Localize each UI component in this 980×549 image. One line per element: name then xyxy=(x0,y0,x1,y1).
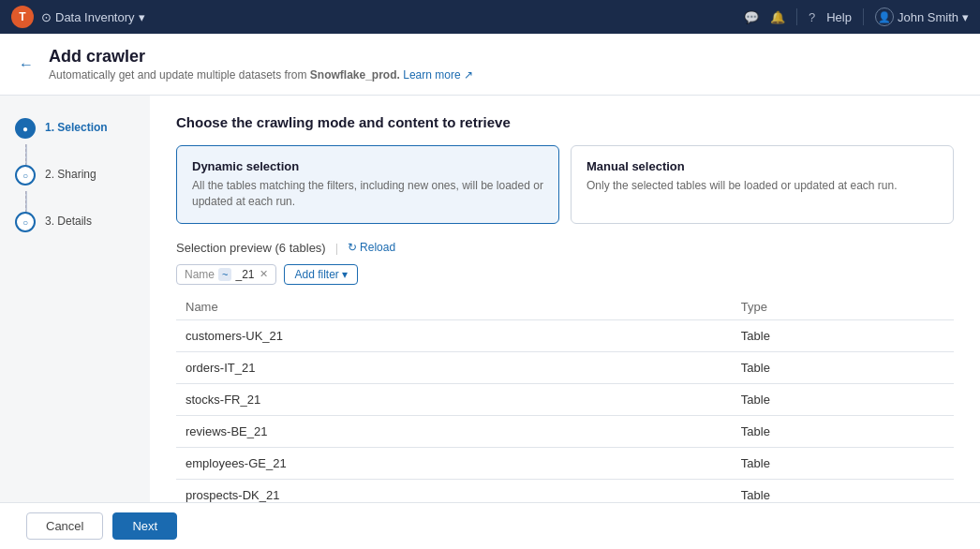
reload-button[interactable]: ↻ Reload xyxy=(348,241,395,254)
learn-more-link[interactable]: Learn more ↗ xyxy=(403,68,473,82)
step-circle-1: ● xyxy=(15,118,36,139)
filter-remove-button[interactable]: ✕ xyxy=(260,268,268,280)
next-button[interactable]: Next xyxy=(112,512,177,540)
cell-name: customers-UK_21 xyxy=(176,319,732,351)
app-icon: ⊙ xyxy=(41,10,52,24)
cell-name: stocks-FR_21 xyxy=(176,383,732,415)
table-row: customers-UK_21Table xyxy=(176,319,954,351)
step-label-sharing: 2. Sharing xyxy=(45,165,97,183)
cell-type: Table xyxy=(732,415,954,447)
page-title: Add crawler xyxy=(49,47,473,67)
preview-header: Selection preview (6 tables) | ↻ Reload xyxy=(176,241,954,255)
nav-divider xyxy=(796,8,797,25)
top-navbar: T ⊙ Data Inventory ▾ 💬 🔔 ? Help 👤 John S… xyxy=(0,0,980,34)
user-menu[interactable]: 👤 John Smith ▾ xyxy=(875,7,969,26)
preview-label: Selection preview (6 tables) xyxy=(176,241,326,255)
filter-row: Name ~ _21 ✕ Add filter ▾ xyxy=(176,264,954,285)
content-heading: Choose the crawling mode and content to … xyxy=(176,114,954,130)
back-button[interactable]: ← xyxy=(19,56,34,73)
cell-type: Table xyxy=(732,351,954,383)
main-layout: ● 1. Selection ○ 2. Sharing ○ 3. Details… xyxy=(0,96,980,549)
cancel-button[interactable]: Cancel xyxy=(26,512,103,540)
filter-value: _21 xyxy=(235,268,254,281)
app-chevron-icon: ▾ xyxy=(139,10,145,24)
cell-name: employees-GE_21 xyxy=(176,447,732,479)
user-chevron-icon: ▾ xyxy=(962,10,969,24)
cell-type: Table xyxy=(732,319,954,351)
step-selection[interactable]: ● 1. Selection xyxy=(15,118,135,139)
col-header-name: Name xyxy=(176,294,732,320)
topnav-right: 💬 🔔 ? Help 👤 John Smith ▾ xyxy=(744,7,969,26)
data-table: Name Type customers-UK_21Tableorders-IT_… xyxy=(176,294,954,511)
content-area: Choose the crawling mode and content to … xyxy=(150,96,980,549)
reload-label: Reload xyxy=(360,241,395,254)
page-subtitle: Automatically get and update multiple da… xyxy=(49,68,473,82)
table-row: orders-IT_21Table xyxy=(176,351,954,383)
filter-tag-name: Name ~ _21 ✕ xyxy=(176,264,276,285)
table-row: stocks-FR_21Table xyxy=(176,383,954,415)
step-sharing[interactable]: ○ 2. Sharing xyxy=(15,165,135,185)
selection-cards: Dynamic selection All the tables matchin… xyxy=(176,145,954,224)
chat-icon[interactable]: 💬 xyxy=(744,10,759,24)
cell-type: Table xyxy=(732,447,954,479)
table-wrapper: Name Type customers-UK_21Tableorders-IT_… xyxy=(176,294,954,511)
step-circle-3: ○ xyxy=(15,212,36,232)
dynamic-card-title: Dynamic selection xyxy=(192,159,543,173)
header-divider: | xyxy=(335,241,338,255)
topnav-left: T ⊙ Data Inventory ▾ xyxy=(11,6,145,28)
help-label: Help xyxy=(826,10,852,24)
reload-icon: ↻ xyxy=(348,241,357,254)
steps-sidebar: ● 1. Selection ○ 2. Sharing ○ 3. Details xyxy=(0,96,150,549)
step-circle-2: ○ xyxy=(15,165,36,185)
col-header-type: Type xyxy=(732,294,954,320)
help-icon[interactable]: ? xyxy=(809,10,815,24)
filter-field-label: Name xyxy=(185,268,215,281)
back-bar: ← Add crawler Automatically get and upda… xyxy=(0,34,980,96)
bell-icon[interactable]: 🔔 xyxy=(770,10,785,24)
page-title-block: Add crawler Automatically get and update… xyxy=(49,47,473,82)
step-details[interactable]: ○ 3. Details xyxy=(15,212,135,232)
add-filter-chevron-icon: ▾ xyxy=(342,268,348,281)
manual-card-title: Manual selection xyxy=(587,159,938,173)
user-name: John Smith xyxy=(898,10,958,24)
table-body: customers-UK_21Tableorders-IT_21Tablesto… xyxy=(176,319,954,511)
add-filter-label: Add filter xyxy=(294,268,338,281)
bottom-bar: Cancel Next xyxy=(0,502,980,549)
app-logo[interactable]: T xyxy=(11,6,34,28)
table-row: reviews-BE_21Table xyxy=(176,415,954,447)
app-name-nav[interactable]: ⊙ Data Inventory ▾ xyxy=(41,10,145,24)
manual-card-desc: Only the selected tables will be loaded … xyxy=(587,178,938,194)
filter-operator[interactable]: ~ xyxy=(218,268,231,281)
cell-name: reviews-BE_21 xyxy=(176,415,732,447)
user-avatar: 👤 xyxy=(875,7,894,26)
add-filter-button[interactable]: Add filter ▾ xyxy=(284,264,357,285)
table-row: employees-GE_21Table xyxy=(176,447,954,479)
cell-type: Table xyxy=(732,383,954,415)
nav-divider-2 xyxy=(863,8,864,25)
step-label-details: 3. Details xyxy=(45,212,92,230)
manual-selection-card[interactable]: Manual selection Only the selected table… xyxy=(571,145,954,224)
dynamic-selection-card[interactable]: Dynamic selection All the tables matchin… xyxy=(176,145,559,224)
table-header-row: Name Type xyxy=(176,294,954,320)
cell-name: orders-IT_21 xyxy=(176,351,732,383)
dynamic-card-desc: All the tables matching the filters, inc… xyxy=(192,178,543,210)
step-label-selection: 1. Selection xyxy=(45,118,108,136)
